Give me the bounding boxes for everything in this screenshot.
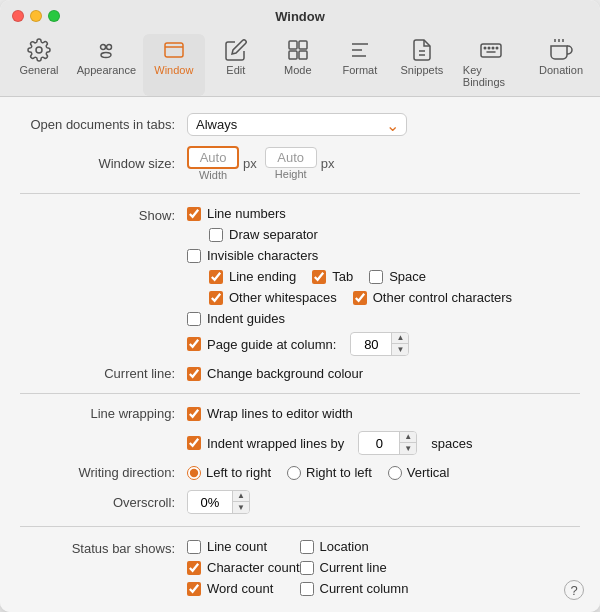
- toolbar-item-keybindings[interactable]: Key Bindings: [453, 34, 530, 96]
- toolbar-item-mode[interactable]: Mode: [267, 34, 329, 96]
- draw-separator-label: Draw separator: [229, 227, 318, 242]
- left-to-right-row: Left to right: [187, 465, 271, 480]
- width-col: Width: [187, 146, 239, 181]
- space-label: Space: [389, 269, 426, 284]
- other-whitespaces-row: Other whitespaces: [209, 290, 337, 305]
- toolbar-item-snippets[interactable]: Snippets: [391, 34, 453, 96]
- open-docs-select[interactable]: Always: [187, 113, 407, 136]
- word-count-row: Word count: [187, 581, 300, 596]
- space-row: Space: [369, 269, 426, 284]
- tab-row: Tab: [312, 269, 353, 284]
- indent-increment[interactable]: ▲: [400, 432, 416, 443]
- svg-rect-15: [481, 44, 501, 57]
- writing-direction-row: Writing direction: Left to right Right t…: [20, 465, 580, 480]
- current-column-row: Current column: [300, 581, 413, 596]
- height-input[interactable]: [265, 147, 317, 168]
- draw-separator-checkbox[interactable]: [209, 228, 223, 242]
- svg-point-3: [101, 53, 111, 58]
- page-guide-input[interactable]: [351, 335, 391, 354]
- wrap-lines-label: Wrap lines to editor width: [207, 406, 353, 421]
- indent-wrapped-checkbox[interactable]: [187, 436, 201, 450]
- overscroll-input[interactable]: [188, 493, 232, 512]
- overscroll-decrement[interactable]: ▼: [233, 502, 249, 513]
- indent-stepper: ▲ ▼: [399, 432, 416, 454]
- toolbar-donation-label: Donation: [539, 64, 583, 76]
- height-col: Height: [265, 147, 317, 180]
- current-column-checkbox[interactable]: [300, 582, 314, 596]
- toolbar-item-general[interactable]: General: [8, 34, 70, 96]
- svg-rect-8: [289, 51, 297, 59]
- right-to-left-label: Right to left: [306, 465, 372, 480]
- space-checkbox[interactable]: [369, 270, 383, 284]
- writing-direction-radios: Left to right Right to left Vertical: [187, 465, 449, 480]
- divider-3: [20, 526, 580, 527]
- indent-value-input[interactable]: [359, 434, 399, 453]
- change-background-checkbox[interactable]: [187, 367, 201, 381]
- line-count-row: Line count: [187, 539, 300, 554]
- location-label: Location: [320, 539, 369, 554]
- right-to-left-radio[interactable]: [287, 466, 301, 480]
- maximize-button[interactable]: [48, 10, 60, 22]
- window-size-inputs: Width px Height px: [187, 146, 342, 181]
- width-input[interactable]: [187, 146, 239, 169]
- divider-2: [20, 393, 580, 394]
- other-control-label: Other control characters: [373, 290, 512, 305]
- current-line-row: Current line: Change background colour: [20, 366, 580, 381]
- toolbar-item-donation[interactable]: Donation: [530, 34, 592, 96]
- indent-decrement[interactable]: ▼: [400, 443, 416, 454]
- minimize-button[interactable]: [30, 10, 42, 22]
- toolbar-item-format[interactable]: Format: [329, 34, 391, 96]
- line-ending-checkbox[interactable]: [209, 270, 223, 284]
- window-size-label: Window size:: [20, 156, 175, 171]
- toolbar-window-label: Window: [154, 64, 193, 76]
- invisible-chars-checkbox[interactable]: [187, 249, 201, 263]
- toolbar-edit-label: Edit: [226, 64, 245, 76]
- word-count-label: Word count: [207, 581, 273, 596]
- character-count-row: Character count: [187, 560, 300, 575]
- indent-guides-checkbox[interactable]: [187, 312, 201, 326]
- left-to-right-radio[interactable]: [187, 466, 201, 480]
- content-area: Open documents in tabs: Always ⌄ Window …: [0, 97, 600, 612]
- window-size-row: Window size: Width px Height px: [20, 146, 580, 181]
- close-button[interactable]: [12, 10, 24, 22]
- location-row: Location: [300, 539, 413, 554]
- tab-checkbox[interactable]: [312, 270, 326, 284]
- width-sub-label: Width: [199, 169, 227, 181]
- help-button[interactable]: ?: [564, 580, 584, 600]
- current-line-status-label: Current line: [320, 560, 387, 575]
- invisible-chars-label: Invisible characters: [207, 248, 318, 263]
- character-count-checkbox[interactable]: [187, 561, 201, 575]
- overscroll-input-wrap: ▲ ▼: [187, 490, 250, 514]
- line-numbers-checkbox[interactable]: [187, 207, 201, 221]
- line-numbers-row: Line numbers: [187, 206, 512, 221]
- page-guide-increment[interactable]: ▲: [392, 333, 408, 344]
- other-whitespaces-label: Other whitespaces: [229, 290, 337, 305]
- change-background-row: Change background colour: [187, 366, 363, 381]
- word-count-checkbox[interactable]: [187, 582, 201, 596]
- other-whitespaces-checkbox[interactable]: [209, 291, 223, 305]
- wrap-lines-checkbox[interactable]: [187, 407, 201, 421]
- overscroll-row: Overscroll: ▲ ▼: [20, 490, 580, 514]
- writing-direction-label: Writing direction:: [20, 465, 175, 480]
- whitespace-control-row: Other whitespaces Other control characte…: [209, 290, 512, 305]
- page-guide-checkbox[interactable]: [187, 337, 201, 351]
- svg-point-1: [101, 45, 106, 50]
- vertical-radio[interactable]: [388, 466, 402, 480]
- overscroll-increment[interactable]: ▲: [233, 491, 249, 502]
- location-checkbox[interactable]: [300, 540, 314, 554]
- other-control-checkbox[interactable]: [353, 291, 367, 305]
- page-guide-stepper: ▲ ▼: [391, 333, 408, 355]
- page-guide-label: Page guide at column:: [207, 337, 336, 352]
- open-docs-select-wrapper: Always ⌄: [187, 113, 407, 136]
- line-ending-label: Line ending: [229, 269, 296, 284]
- line-count-checkbox[interactable]: [187, 540, 201, 554]
- show-checkboxes: Line numbers Draw separator Invisible ch…: [187, 206, 512, 356]
- current-line-status-checkbox[interactable]: [300, 561, 314, 575]
- toolbar-item-appearance[interactable]: Appearance: [70, 34, 143, 96]
- right-to-left-row: Right to left: [287, 465, 372, 480]
- toolbar-item-window[interactable]: Window: [143, 34, 205, 96]
- overscroll-stepper: ▲ ▼: [232, 491, 249, 513]
- page-guide-input-wrap: ▲ ▼: [350, 332, 409, 356]
- toolbar-item-edit[interactable]: Edit: [205, 34, 267, 96]
- page-guide-decrement[interactable]: ▼: [392, 344, 408, 355]
